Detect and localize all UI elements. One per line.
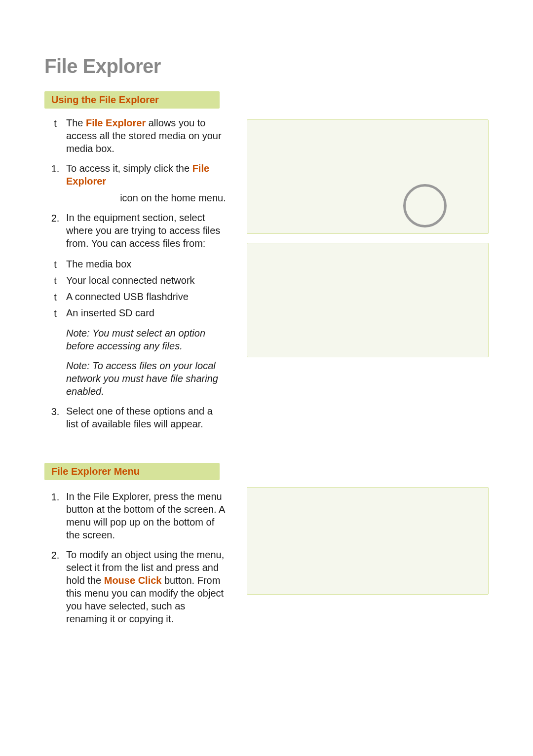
intro-text: The File Explorer allows you to access a… xyxy=(66,116,227,155)
bullet-marker: t xyxy=(44,306,66,320)
source-item: A connected USB flashdrive xyxy=(66,290,227,303)
source-item: An inserted SD card xyxy=(66,306,227,319)
text-fragment: icon on the home menu. xyxy=(120,191,226,204)
section-using-images xyxy=(247,115,489,433)
bullet-marker: t xyxy=(44,290,66,303)
note-text: Note: You must select an option before a… xyxy=(66,327,227,352)
screenshot-placeholder-equipment xyxy=(247,243,489,357)
screenshot-placeholder-home xyxy=(247,119,489,234)
section-using-text: t The File Explorer allows you to access… xyxy=(44,115,227,433)
step-text: Select one of these options and a list o… xyxy=(66,405,227,430)
step-text: In the File Explorer, press the menu but… xyxy=(66,490,227,541)
bullet-marker: t xyxy=(44,258,66,271)
step-text: In the equipment section, select where y… xyxy=(66,211,227,250)
bullet-marker: t xyxy=(44,116,66,130)
step-number: 1. xyxy=(44,162,66,175)
section-menu-text: 1. In the File Explorer, press the menu … xyxy=(44,487,227,628)
step-number: 2. xyxy=(44,211,66,225)
step-number: 2. xyxy=(44,548,66,562)
note-text: Note: To access files on your local netw… xyxy=(66,359,227,398)
emphasis-file-explorer: File Explorer xyxy=(86,117,146,128)
section-heading-using: Using the File Explorer xyxy=(44,91,220,109)
step-text: To access it, simply click the File Expl… xyxy=(66,162,227,204)
page-title: File Explorer xyxy=(44,55,489,77)
bullet-marker xyxy=(44,327,66,327)
step-text: To modify an object using the menu, sele… xyxy=(66,548,227,625)
step-number: 3. xyxy=(44,405,66,418)
source-item: Your local connected network xyxy=(66,274,227,287)
section-using-file-explorer: Using the File Explorer t The File Explo… xyxy=(44,91,489,433)
bullet-marker: t xyxy=(44,274,66,287)
emphasis-mouse-click: Mouse Click xyxy=(104,575,162,586)
section-file-explorer-menu: File Explorer Menu 1. In the File Explor… xyxy=(44,463,489,628)
circle-highlight-icon xyxy=(403,184,447,227)
text-fragment: The xyxy=(66,117,86,128)
step-number: 1. xyxy=(44,490,66,503)
source-item: The media box xyxy=(66,258,227,270)
section-heading-menu: File Explorer Menu xyxy=(44,463,220,480)
bullet-marker xyxy=(44,359,66,360)
section-menu-images xyxy=(247,487,489,628)
screenshot-placeholder-menu xyxy=(247,487,489,595)
text-fragment: To access it, simply click the xyxy=(66,163,192,174)
document-page: File Explorer Using the File Explorer t … xyxy=(0,0,533,756)
